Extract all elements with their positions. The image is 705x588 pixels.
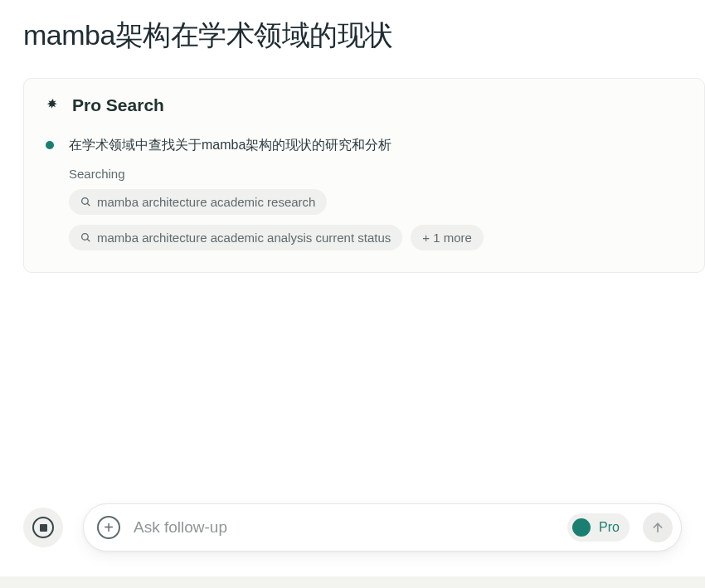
pro-search-label: Pro Search xyxy=(72,95,164,115)
submit-button[interactable] xyxy=(643,513,673,542)
search-chip-row: mamba architecture academic analysis cur… xyxy=(69,225,684,250)
follow-up-input-bar: + Pro xyxy=(83,503,682,552)
bottom-bar: + Pro xyxy=(0,503,705,552)
page-title: mamba架构在学术领域的现状 xyxy=(0,0,705,78)
search-chip-text: mamba architecture academic analysis cur… xyxy=(97,231,391,245)
pro-toggle[interactable]: Pro xyxy=(567,513,630,542)
search-chip-row: mamba architecture academic research xyxy=(69,189,684,215)
step-bullet-icon xyxy=(46,141,54,149)
searching-label: Searching xyxy=(69,167,684,181)
svg-line-3 xyxy=(87,239,90,241)
stop-icon xyxy=(32,517,54,538)
searching-block: Searching mamba architecture academic re… xyxy=(69,167,684,250)
pro-search-card: Pro Search 在学术领域中查找关于mamba架构的现状的研究和分析 Se… xyxy=(23,78,705,273)
pro-search-sparkle-icon xyxy=(44,96,62,114)
pro-search-header: Pro Search xyxy=(44,95,684,115)
toggle-on-icon xyxy=(572,518,591,537)
step-text: 在学术领域中查找关于mamba架构的现状的研究和分析 xyxy=(69,135,391,155)
pro-toggle-label: Pro xyxy=(599,520,620,535)
stop-button[interactable] xyxy=(23,508,63,547)
svg-line-1 xyxy=(87,203,90,206)
arrow-up-icon xyxy=(651,521,664,534)
more-chip[interactable]: + 1 more xyxy=(411,225,484,250)
search-icon xyxy=(80,197,91,207)
plus-icon: + xyxy=(104,519,114,536)
search-icon xyxy=(80,232,91,243)
search-chip[interactable]: mamba architecture academic research xyxy=(69,189,327,215)
bottom-edge-strip xyxy=(0,576,705,588)
add-attachment-button[interactable]: + xyxy=(97,516,120,539)
search-chip[interactable]: mamba architecture academic analysis cur… xyxy=(69,225,402,250)
follow-up-input[interactable] xyxy=(134,518,554,537)
search-step: 在学术领域中查找关于mamba架构的现状的研究和分析 xyxy=(44,135,684,155)
search-chip-text: mamba architecture academic research xyxy=(97,195,315,209)
